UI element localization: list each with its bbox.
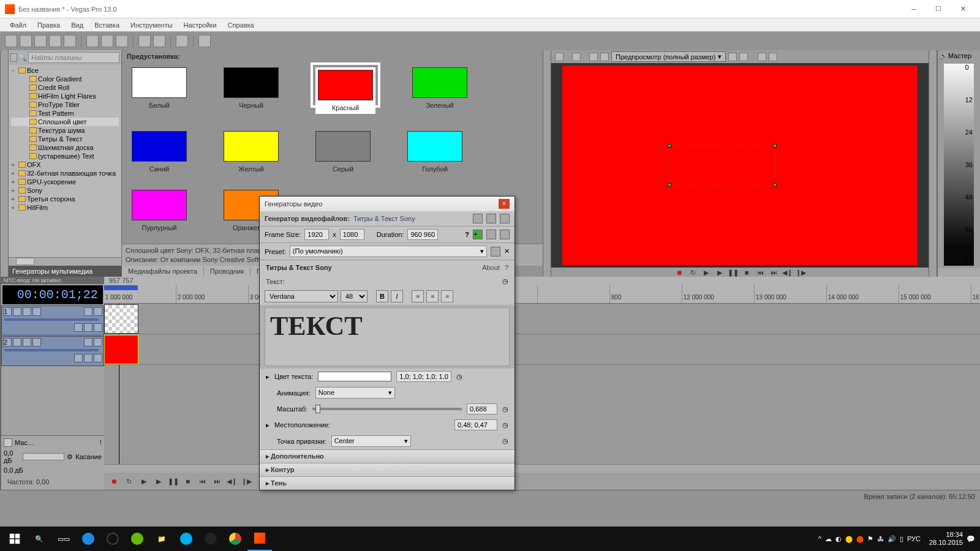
tree-item[interactable]: HitFilm Light Flares bbox=[11, 92, 119, 100]
copy-icon[interactable] bbox=[500, 230, 510, 239]
location-value[interactable]: 0,48; 0,47 bbox=[454, 419, 497, 430]
tree-item[interactable]: Credit Roll bbox=[11, 83, 119, 92]
tray-icon[interactable]: ⚑ bbox=[867, 535, 873, 543]
render-icon[interactable] bbox=[49, 35, 61, 47]
solo-icon[interactable] bbox=[94, 307, 102, 316]
master-icon[interactable] bbox=[4, 438, 12, 447]
cut-icon[interactable] bbox=[86, 35, 99, 47]
track-num-icon[interactable]: 1 bbox=[3, 307, 12, 316]
close-button[interactable]: ✕ bbox=[951, 1, 975, 18]
plugin-tree[interactable]: −ВсеColor GradientCredit RollHitFilm Lig… bbox=[9, 65, 121, 257]
duration-field[interactable]: 960 960 bbox=[407, 229, 438, 240]
tree-item[interactable]: (устаревшее) Text bbox=[11, 152, 119, 160]
next-frame-button[interactable]: ❙▶ bbox=[241, 476, 252, 487]
prev-frame-button[interactable]: ◀❙ bbox=[227, 476, 238, 487]
save-snapshot-icon[interactable] bbox=[769, 53, 777, 61]
tree-item[interactable]: Текстура шума bbox=[11, 126, 119, 135]
align-left-button[interactable]: ≡ bbox=[412, 290, 424, 302]
tree-item[interactable]: Test Pattern bbox=[11, 109, 119, 118]
record-button[interactable]: ⏺ bbox=[674, 268, 684, 277]
menu-настройки[interactable]: Настройки bbox=[179, 20, 222, 30]
open-icon[interactable] bbox=[20, 35, 32, 47]
keyframe-icon[interactable]: ◷ bbox=[456, 373, 462, 381]
font-size-dropdown[interactable]: 48 bbox=[341, 290, 368, 302]
skype-icon[interactable] bbox=[174, 527, 198, 551]
master-fader[interactable] bbox=[23, 453, 64, 460]
dock-handle[interactable] bbox=[0, 50, 9, 277]
bypass-icon[interactable] bbox=[13, 338, 21, 347]
tray-clock[interactable]: 18:34 28.10.2015 bbox=[929, 531, 963, 547]
keyframe-icon[interactable]: ◷ bbox=[502, 277, 508, 285]
preset-swatch[interactable]: Белый bbox=[132, 67, 187, 114]
preset-swatch[interactable]: Зеленый bbox=[412, 67, 467, 114]
frame-height-field[interactable]: 1080 bbox=[340, 229, 364, 240]
mute-icon[interactable] bbox=[84, 307, 92, 316]
maximize-button[interactable]: ☐ bbox=[926, 1, 951, 18]
comp-mode-icon[interactable] bbox=[74, 323, 83, 332]
search-button[interactable]: 🔍 bbox=[27, 527, 51, 551]
scale-value[interactable]: 0,688 bbox=[467, 403, 497, 414]
pause-button[interactable]: ❚❚ bbox=[728, 268, 738, 277]
dock-handle[interactable] bbox=[929, 50, 937, 277]
menu-вид[interactable]: Вид bbox=[66, 20, 88, 30]
windows-taskbar[interactable]: 🔍 ▭▭ 📁 ^ ☁ ◐ ⬤ ⬤ ⚑ 🖧 🔊 ▯ РУС 18:34 28.10… bbox=[0, 527, 980, 551]
mute-icon[interactable] bbox=[84, 338, 92, 347]
tray-icon[interactable]: ◐ bbox=[835, 535, 842, 543]
undo-icon[interactable] bbox=[138, 35, 151, 47]
go-end-button[interactable]: ⏭ bbox=[212, 476, 223, 487]
animation-dropdown[interactable]: None▾ bbox=[315, 387, 395, 399]
dialog-titlebar[interactable]: Генераторы видео × bbox=[260, 197, 514, 211]
preset-swatch[interactable]: Красный bbox=[315, 67, 375, 114]
start-button[interactable] bbox=[2, 527, 27, 551]
task-view-button[interactable]: ▭▭ bbox=[51, 527, 76, 551]
tree-item[interactable]: Color Gradient bbox=[11, 75, 119, 83]
minimize-button[interactable]: ─ bbox=[902, 1, 926, 18]
video-clip[interactable] bbox=[104, 304, 138, 334]
menu-инструменты[interactable]: Инструменты bbox=[126, 20, 178, 30]
tree-item[interactable]: ProType Titler bbox=[11, 100, 119, 109]
loop-button[interactable]: ↻ bbox=[688, 268, 698, 277]
list-icon[interactable] bbox=[486, 214, 496, 223]
preset-swatch[interactable]: Черный bbox=[224, 67, 279, 114]
preset-swatch[interactable]: Желтый bbox=[224, 131, 279, 173]
parent-icon[interactable] bbox=[84, 354, 92, 362]
play-button[interactable]: ▶ bbox=[715, 268, 725, 277]
preset-dropdown[interactable]: (По умолчанию) ▾ bbox=[290, 246, 487, 257]
scrollbar-horizontal[interactable] bbox=[9, 257, 121, 266]
external-monitor-icon[interactable] bbox=[572, 53, 581, 61]
tree-item[interactable]: Сплошной цвет bbox=[11, 118, 119, 126]
play-start-button[interactable]: ▶ bbox=[701, 268, 711, 277]
clear-icon[interactable] bbox=[10, 53, 17, 62]
video-generators-dialog[interactable]: Генераторы видео × Генератор видеофайлов… bbox=[259, 196, 515, 490]
split-icon[interactable] bbox=[589, 53, 598, 61]
timeline[interactable]: 957 757 1 000 0002 000 0003 000 00080012… bbox=[104, 277, 980, 490]
save-icon[interactable] bbox=[486, 230, 496, 239]
stop-button[interactable]: ■ bbox=[742, 268, 752, 277]
option-icon[interactable] bbox=[728, 53, 737, 61]
video-clip[interactable] bbox=[104, 335, 138, 364]
tray-network-icon[interactable]: 🖧 bbox=[877, 535, 884, 542]
color-value[interactable]: 1,0; 1,0; 1,0; 1,0 bbox=[396, 371, 451, 382]
tray-icon[interactable]: ☁ bbox=[825, 535, 832, 543]
keyframe-icon[interactable]: ◷ bbox=[502, 437, 508, 445]
resize-handle[interactable] bbox=[773, 144, 777, 148]
help-icon[interactable]: ? bbox=[465, 231, 469, 238]
copy-snapshot-icon[interactable] bbox=[758, 53, 766, 61]
tab[interactable]: Проводник bbox=[204, 266, 251, 277]
dialog-close-button[interactable]: × bbox=[499, 199, 510, 209]
mute-icon[interactable] bbox=[89, 438, 97, 447]
play-button[interactable]: ▶ bbox=[153, 476, 164, 487]
props-icon[interactable] bbox=[64, 35, 76, 47]
tree-item[interactable]: Титры & Текст bbox=[11, 135, 119, 143]
tree-item[interactable]: +32-битная плавающая точка bbox=[11, 169, 119, 178]
anchor-dropdown[interactable]: Center▾ bbox=[331, 435, 411, 447]
tree-item[interactable]: +Третья сторона bbox=[11, 195, 119, 203]
align-center-button[interactable]: ≡ bbox=[426, 290, 439, 302]
keyframe-icon[interactable]: ◷ bbox=[502, 421, 508, 429]
tree-item[interactable]: +GPU-ускорение bbox=[11, 178, 119, 186]
comp-mode-icon[interactable] bbox=[74, 354, 83, 362]
menu-вставка[interactable]: Вставка bbox=[89, 20, 124, 30]
add-icon[interactable]: + bbox=[473, 230, 483, 239]
edge-icon[interactable] bbox=[76, 527, 100, 551]
tree-item[interactable]: Шахматная доска bbox=[11, 143, 119, 152]
